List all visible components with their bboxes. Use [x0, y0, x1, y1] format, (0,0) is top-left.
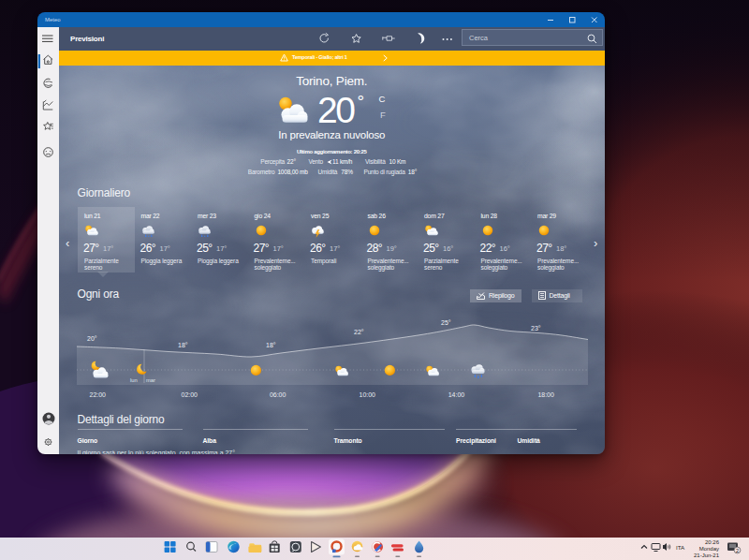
svg-text:Monday: Monday [699, 546, 719, 552]
svg-text:20:26: 20:26 [705, 539, 720, 545]
svg-text:ITA: ITA [676, 544, 685, 551]
svg-text:2: 2 [736, 548, 739, 553]
svg-text:21-Jun-21: 21-Jun-21 [694, 553, 720, 558]
